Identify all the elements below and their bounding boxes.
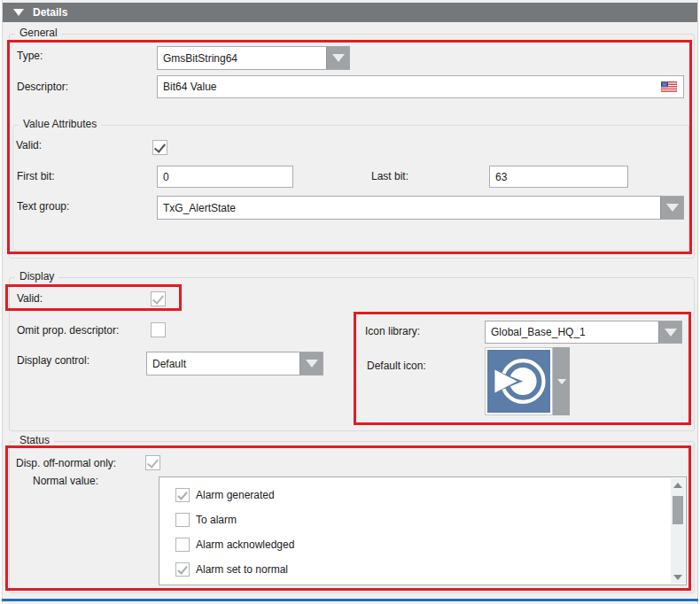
display-control-combobox[interactable]: Default: [146, 352, 323, 376]
list-item[interactable]: To alarm: [175, 513, 237, 527]
bottom-accent-line: [2, 599, 700, 601]
item-checkbox[interactable]: [175, 538, 190, 552]
scroll-up-button[interactable]: [671, 478, 685, 492]
chevron-down-icon: [557, 379, 566, 384]
display-valid-checkbox[interactable]: [151, 291, 166, 306]
text-group-label: Text group:: [17, 200, 69, 213]
scrollbar-thumb[interactable]: [673, 496, 683, 524]
item-label: Alarm set to normal: [196, 563, 288, 576]
details-panel: Details General Type: GmsBitString64 Des…: [0, 0, 700, 604]
display-control-value: Default: [147, 352, 299, 375]
normal-value-listbox: Alarm generated To alarm Alarm acknowled…: [159, 476, 687, 585]
text-group-dropdown-button[interactable]: [660, 197, 683, 219]
chevron-down-icon: [332, 54, 345, 62]
icon-library-label: Icon library:: [365, 325, 420, 337]
arrow-up-icon: [673, 483, 682, 488]
default-icon-dropdown-button[interactable]: [553, 347, 570, 415]
details-header[interactable]: Details: [3, 3, 697, 22]
icon-library-combobox[interactable]: Global_Base_HQ_1: [485, 321, 682, 344]
display-groupbox: Display: [9, 277, 695, 431]
vertical-scrollbar[interactable]: [671, 478, 685, 584]
status-legend: Status: [15, 434, 54, 446]
general-legend: General: [15, 27, 62, 39]
type-label: Type:: [17, 50, 43, 62]
item-checkbox[interactable]: [175, 513, 190, 527]
display-control-label: Display control:: [17, 354, 89, 367]
descriptor-input[interactable]: [158, 81, 661, 93]
default-icon-picker[interactable]: [485, 347, 570, 415]
arrow-down-icon: [673, 575, 682, 580]
display-legend: Display: [15, 270, 58, 283]
item-checkbox[interactable]: [175, 562, 190, 577]
descriptor-field-wrap: [157, 75, 684, 98]
valid-checkbox[interactable]: [152, 140, 167, 155]
default-icon-preview[interactable]: [485, 347, 553, 415]
omit-prop-descriptor-checkbox[interactable]: [151, 322, 166, 337]
scroll-down-button[interactable]: [671, 570, 685, 584]
descriptor-label: Descriptor:: [17, 81, 68, 93]
item-label: To alarm: [196, 514, 237, 526]
collapse-icon[interactable]: [13, 9, 24, 16]
display-control-dropdown-button[interactable]: [299, 352, 323, 375]
type-value: GmsBitString64: [158, 47, 326, 69]
icon-library-dropdown-button[interactable]: [658, 321, 681, 343]
normal-value-label: Normal value:: [33, 475, 98, 487]
list-item[interactable]: Alarm acknowledged: [175, 538, 294, 552]
type-combobox[interactable]: GmsBitString64: [157, 46, 350, 70]
first-bit-input[interactable]: [157, 166, 293, 188]
item-checkbox[interactable]: [175, 488, 190, 502]
icon-library-value: Global_Base_HQ_1: [486, 321, 658, 343]
panel-title: Details: [33, 6, 67, 19]
item-label: Alarm acknowledged: [196, 538, 294, 551]
text-group-combobox[interactable]: TxG_AlertState: [157, 196, 684, 220]
text-group-value: TxG_AlertState: [158, 197, 660, 219]
default-icon-label: Default icon:: [367, 360, 426, 372]
chevron-down-icon: [666, 204, 679, 212]
disp-offnormal-label: Disp. off-normal only:: [16, 457, 116, 469]
value-attributes-legend: Value Attributes: [19, 118, 101, 130]
list-item[interactable]: Alarm set to normal: [175, 562, 288, 577]
item-label: Alarm generated: [196, 489, 275, 501]
enter-circle-icon: [487, 350, 550, 413]
last-bit-label: Last bit:: [371, 170, 408, 182]
chevron-down-icon: [306, 360, 318, 368]
list-item[interactable]: Alarm generated: [175, 488, 275, 502]
first-bit-label: First bit:: [17, 170, 55, 182]
last-bit-input[interactable]: [489, 166, 628, 188]
omit-prop-descriptor-label: Omit prop. descriptor:: [17, 324, 119, 337]
valid-label: Valid:: [16, 139, 42, 151]
type-dropdown-button[interactable]: [326, 47, 349, 69]
display-valid-label: Valid:: [17, 292, 43, 305]
value-attributes-groupbox: Value Attributes: [12, 125, 689, 251]
chevron-down-icon: [665, 329, 677, 337]
disp-offnormal-checkbox[interactable]: [145, 455, 160, 470]
us-flag-icon: [661, 81, 677, 92]
